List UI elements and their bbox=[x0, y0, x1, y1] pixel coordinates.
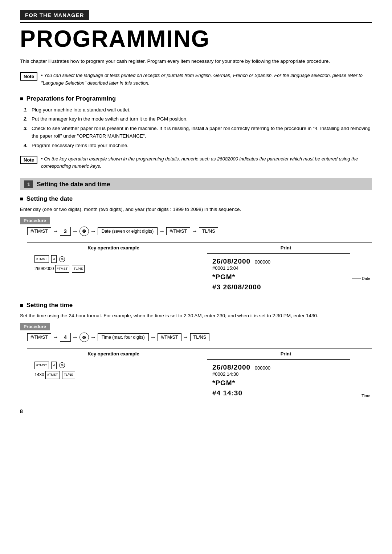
time-key-header: Key operation example bbox=[27, 351, 200, 357]
time-print-header: Print bbox=[200, 351, 372, 357]
flow-4: 4 bbox=[60, 333, 71, 342]
date-receipt-line2: #0001 15:04 bbox=[212, 265, 345, 271]
flow-arrow-4: → bbox=[158, 228, 166, 235]
time-key-content: #TMST 4 ⊗ 1430 #TMST TL/NS bbox=[27, 359, 200, 380]
section1-heading: Setting the date and time bbox=[37, 181, 110, 188]
key-3-small: 3 bbox=[51, 255, 57, 263]
note-label-2: Note bbox=[20, 156, 37, 164]
time-key-col: Key operation example #TMST 4 ⊗ 1430 #TM… bbox=[27, 349, 200, 401]
date-key-print-grid: Key operation example #TMST 3 ⊗ 26082000… bbox=[27, 243, 372, 295]
date-receipt-line3: *PGM* bbox=[212, 273, 345, 281]
flow-circle-t1: ⊗ bbox=[79, 333, 89, 342]
flow-circle-1: ⊗ bbox=[79, 227, 89, 236]
section1-header: 1 Setting the date and time bbox=[20, 178, 372, 190]
page-title: PROGRAMMING bbox=[20, 26, 372, 52]
prep-step-2: 2.Put the manager key in the mode switch… bbox=[24, 115, 372, 123]
flow-date-digits: Date (seven or eight digits) bbox=[98, 227, 158, 235]
prep-step-4: 4.Program necessary items into your mach… bbox=[24, 142, 372, 150]
date-receipt-line4: #3 26/08/2000 bbox=[212, 283, 345, 291]
flow-arrow-t5: → bbox=[181, 334, 190, 341]
date-print-header: Print bbox=[200, 245, 372, 250]
note-box-2: Note • On the key operation example show… bbox=[20, 155, 372, 171]
flow-tmst-1: #/TM/ST bbox=[27, 227, 51, 235]
date-key-content: #TMST 3 ⊗ 26082000 #TMST TL/NS bbox=[27, 253, 200, 274]
flow-arrow-1: → bbox=[51, 228, 60, 235]
flow-tmst-t1: #/TM/ST bbox=[27, 333, 51, 341]
date-key-line2: 26082000 #TMST TL/NS bbox=[34, 265, 192, 273]
time-receipt-line3: *PGM* bbox=[212, 379, 345, 387]
flow-arrow-2: → bbox=[71, 228, 79, 235]
key-circle-small: ⊗ bbox=[59, 256, 65, 262]
time-receipt-line2: #0002 14:30 bbox=[212, 371, 345, 377]
procedure-date: Procedure #/TM/ST → 3 → ⊗ → Date (seven … bbox=[20, 217, 372, 236]
time-print-col: Print 26/08/2000 000000 #0002 14:30 *PGM… bbox=[200, 349, 372, 401]
note-label-1: Note bbox=[20, 72, 37, 81]
note-box-1: Note • You can select the language of te… bbox=[20, 72, 372, 87]
prep-step-3: 3.Check to see whether paper roll is pre… bbox=[24, 125, 372, 140]
flow-arrow-t3: → bbox=[89, 334, 98, 341]
time-receipt: 26/08/2000 000000 #0002 14:30 *PGM* #4 1… bbox=[207, 359, 350, 401]
setting-time-heading: Setting the time bbox=[20, 302, 372, 309]
page-number: 8 bbox=[20, 408, 372, 414]
flow-arrow-t1: → bbox=[51, 334, 60, 341]
date-key-line1: #TMST 3 ⊗ bbox=[34, 255, 192, 263]
time-annotation: Time bbox=[352, 394, 370, 398]
procedure-time: Procedure #/TM/ST → 4 → ⊗ → Time (max. f… bbox=[20, 323, 372, 342]
flow-arrow-t2: → bbox=[71, 334, 79, 341]
date-annotation: Date bbox=[352, 276, 370, 281]
setting-date-desc: Enter day (one or two digits), month (tw… bbox=[20, 205, 372, 213]
prep-step-1: 1.Plug your machine into a standard wall… bbox=[24, 106, 372, 114]
date-receipt-line1: 26/08/2000 000000 bbox=[212, 257, 345, 265]
key-tmst-small: #TMST bbox=[34, 255, 49, 263]
setting-date-heading: Setting the date bbox=[20, 195, 372, 203]
key-tlns-t-small: TL/NS bbox=[62, 371, 75, 379]
time-receipt-line4: #4 14:30 bbox=[212, 389, 345, 397]
procedure-time-label: Procedure bbox=[20, 323, 50, 330]
intro-text: This chapter illustrates how to program … bbox=[20, 57, 372, 65]
section1-num: 1 bbox=[24, 180, 33, 188]
key-tmst-t-small: #TMST bbox=[34, 362, 49, 369]
key-4-small: 4 bbox=[51, 362, 57, 369]
key-tmst-t2-small: #TMST bbox=[45, 371, 60, 379]
time-key-print-grid: Key operation example #TMST 4 ⊗ 1430 #TM… bbox=[27, 349, 372, 401]
key-tlns-small: TL/NS bbox=[72, 265, 85, 273]
time-receipt-line1: 26/08/2000 000000 bbox=[212, 363, 345, 371]
procedure-date-label: Procedure bbox=[20, 217, 50, 224]
date-key-header: Key operation example bbox=[27, 245, 200, 250]
flow-tmst-2: #/TM/ST bbox=[166, 227, 190, 235]
date-receipt: 26/08/2000 000000 #0001 15:04 *PGM* #3 2… bbox=[207, 253, 350, 295]
procedure-date-flow: #/TM/ST → 3 → ⊗ → Date (seven or eight d… bbox=[27, 227, 372, 236]
flow-arrow-3: → bbox=[89, 228, 98, 235]
time-key-line2: 1430 #TMST TL/NS bbox=[34, 371, 192, 379]
date-key-col: Key operation example #TMST 3 ⊗ 26082000… bbox=[27, 243, 200, 295]
flow-tlns-t1: TL/NS bbox=[190, 333, 209, 341]
setting-time-desc: Set the time using the 24-hour format. F… bbox=[20, 312, 372, 320]
date-receipt-wrapper: 26/08/2000 000000 #0001 15:04 *PGM* #3 2… bbox=[203, 253, 354, 295]
note-text-2: • On the key operation example shown in … bbox=[41, 155, 372, 171]
preparations-heading: Preparations for Programming bbox=[20, 95, 372, 102]
note-text-1: • You can select the language of texts p… bbox=[41, 72, 372, 87]
flow-tmst-t2: #/TM/ST bbox=[158, 333, 181, 341]
time-receipt-wrapper: 26/08/2000 000000 #0002 14:30 *PGM* #4 1… bbox=[203, 359, 354, 401]
flow-3: 3 bbox=[60, 227, 71, 236]
preparations-list: 1.Plug your machine into a standard wall… bbox=[24, 106, 372, 150]
flow-arrow-t4: → bbox=[149, 334, 158, 341]
time-key-line1: #TMST 4 ⊗ bbox=[34, 361, 192, 369]
for-the-manager-badge: FOR THE MANAGER bbox=[20, 10, 372, 22]
date-print-col: Print 26/08/2000 000000 #0001 15:04 *PGM… bbox=[200, 243, 372, 295]
key-circle-t-small: ⊗ bbox=[59, 362, 65, 368]
procedure-time-flow: #/TM/ST → 4 → ⊗ → Time (max. four digits… bbox=[27, 333, 372, 342]
flow-time-digits: Time (max. four digits) bbox=[98, 333, 149, 341]
flow-tlns-1: TL/NS bbox=[199, 227, 218, 235]
key-tmst2-small: #TMST bbox=[55, 265, 70, 273]
flow-arrow-5: → bbox=[190, 228, 199, 235]
